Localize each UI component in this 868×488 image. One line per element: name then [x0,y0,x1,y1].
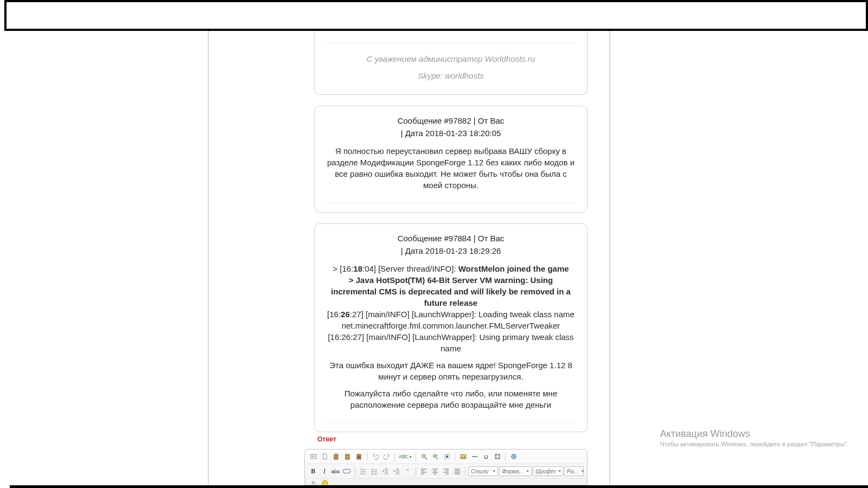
log-bold: WorstMelon joined the game [458,264,569,273]
toolbar-separator [416,452,416,461]
page-icon [322,453,328,460]
toolbar-separator [367,452,367,461]
messages-area: С уважением администратор Worldhosts.ru … [314,31,588,443]
bold-button[interactable]: B [308,466,318,476]
chevron-down-icon: ▾ [493,469,495,473]
svg-text:T: T [346,455,348,459]
message-body: Я полностью переустановил сервер выбрава… [326,145,576,191]
message-header-line1: Сообщение #97884 | От Вас [326,233,576,244]
toolbar-row-3: A [305,479,587,485]
about-button[interactable] [508,452,519,461]
find-button[interactable] [419,452,429,461]
signature-divider [326,43,576,43]
svg-point-12 [462,455,463,457]
align-left-button[interactable] [419,466,429,476]
format-select[interactable]: Форма...▾ [499,466,532,476]
rich-text-editor[interactable]: T W ABC [304,449,588,485]
log-text: [16: [327,310,341,319]
log-bold: 26 [341,310,350,319]
svg-point-23 [322,480,328,485]
reply-label: Ответ [317,435,336,443]
strike-button[interactable]: abc [330,466,341,476]
redo-button[interactable] [381,452,392,461]
log-text: > [16: [333,264,353,273]
toolbar-separator [355,467,355,476]
ul-icon [371,468,378,474]
bullet-list-button[interactable] [369,466,379,476]
message-divider [326,203,576,203]
align-center-button[interactable] [430,466,440,476]
smiley-button[interactable] [322,480,328,485]
redo-icon [384,453,390,460]
numbered-list-button[interactable]: 123 [358,466,368,476]
paste-text-button[interactable]: T [342,452,353,461]
browser-chrome-frame [4,0,868,31]
paste-icon [333,453,340,460]
toolbar-separator [455,452,455,461]
size-select[interactable]: Ра...▾ [564,466,584,476]
message-body: > [16:18:04] [Server thread/INFO]: Worst… [326,263,576,410]
watermark-title: Активация Windows [660,428,848,440]
image-icon [460,453,467,460]
toolbar-separator [394,452,395,461]
message-header-line2: | Дата 2018-01-23 18:20:05 [326,127,576,139]
select-label: Ра... [567,468,578,474]
message-card-signature: С уважением администратор Worldhosts.ru … [314,31,588,95]
new-page-button[interactable] [320,452,330,461]
globe-icon [510,453,517,460]
indent-icon [393,468,400,474]
indent-button[interactable] [391,466,401,476]
italic-button[interactable]: I [320,466,330,476]
hr-button[interactable] [469,452,480,461]
message-divider [326,422,576,423]
svg-text:3: 3 [360,472,362,474]
spellcheck-button[interactable]: ABC [398,452,413,461]
align-right-button[interactable] [441,466,451,476]
select-label: Шрифт [535,468,556,474]
windows-activation-watermark: Активация Windows Чтобы активировать Win… [660,428,848,447]
select-all-button[interactable] [442,452,452,461]
message-body-text: Я полностью переустановил сервер выбрава… [326,145,576,191]
watermark-subtitle: Чтобы активировать Windows, перейдите в … [660,441,848,447]
replace-button[interactable] [430,452,441,461]
undo-button[interactable] [370,452,380,461]
svg-point-19 [372,469,373,470]
source-button[interactable] [308,452,318,461]
toolbar-separator [465,467,465,476]
chevron-down-icon: ▾ [582,469,584,473]
source-icon [310,453,317,460]
image-button[interactable] [458,452,468,461]
select-label: Форма... [502,468,524,474]
ol-icon: 123 [360,468,366,474]
font-select[interactable]: Шрифт▾ [533,466,563,476]
bottom-frame [10,485,868,488]
message-card-97884: Сообщение #97884 | От Вас | Дата 2018-01… [314,223,588,432]
outdent-icon [382,468,388,474]
message-card-97882: Сообщение #97882 | От Вас | Дата 2018-01… [314,106,588,213]
replace-icon [432,453,439,460]
special-char-button[interactable]: Ω [481,452,491,461]
undo-icon [372,453,379,460]
link-button[interactable] [342,466,352,476]
log-text: [16:26:27] [main/INFO] [LaunchWrapper]: … [328,332,573,353]
message-para-1: Эта ошибка выходит ДАЖЕ на вашем ядре! S… [326,359,576,382]
omega-icon: Ω [483,453,489,460]
outdent-button[interactable] [380,466,391,476]
text-color-button[interactable]: A [308,480,318,485]
maximize-icon [494,453,501,460]
align-left-icon [420,468,427,474]
align-center-icon [432,468,438,474]
select-all-icon [444,453,450,460]
signature-line-1: С уважением администратор Worldhosts.ru [326,53,576,65]
paste-button[interactable] [331,452,341,461]
message-para-2: Пожалуйста либо сделайте что либо, или п… [326,388,576,410]
paste-word-button[interactable]: W [354,452,364,461]
svg-text:W: W [357,455,360,459]
align-justify-icon [454,468,461,474]
quote-icon: ” [404,468,411,474]
maximize-button[interactable] [492,452,502,461]
styles-select[interactable]: Стили▾ [468,466,498,476]
align-justify-button[interactable] [452,466,463,476]
blockquote-button[interactable]: ” [403,466,413,476]
log-bold: 18 [353,264,362,273]
